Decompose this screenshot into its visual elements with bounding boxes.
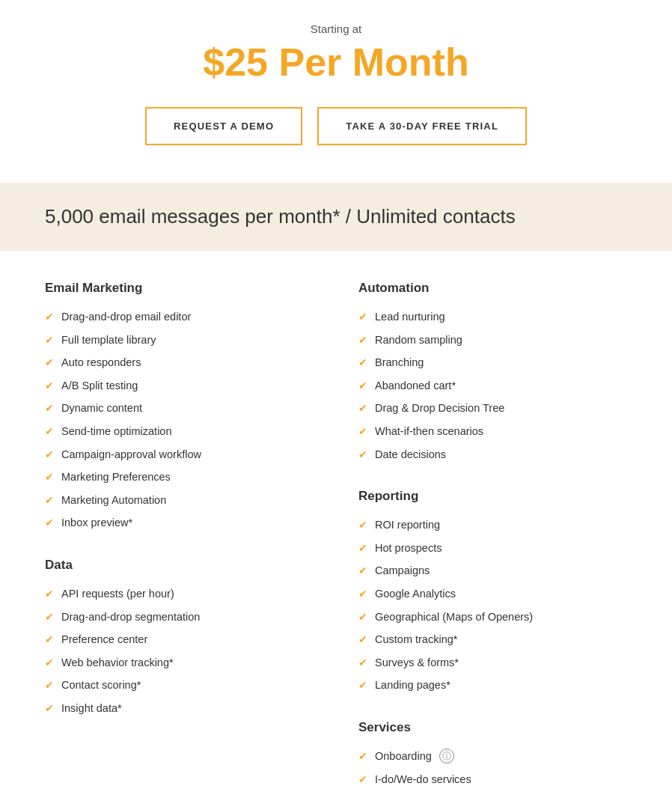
- check-icon: ✔: [45, 516, 54, 531]
- list-item: ✔Campaigns: [358, 563, 627, 579]
- list-item: ✔Geographical (Maps of Openers): [358, 609, 627, 625]
- check-icon: ✔: [358, 310, 367, 325]
- check-icon: ✔: [45, 424, 54, 439]
- list-item: ✔Web behavior tracking*: [45, 655, 314, 671]
- check-icon: ✔: [45, 701, 54, 716]
- list-item: ✔Contact scoring*: [45, 677, 314, 693]
- check-icon: ✔: [45, 379, 54, 394]
- check-icon: ✔: [45, 470, 54, 485]
- check-icon: ✔: [358, 448, 367, 463]
- check-icon: ✔: [45, 678, 54, 693]
- top-section: Starting at $25 Per Month REQUEST A DEMO…: [0, 0, 672, 183]
- list-item: ✔Send-time optimization: [45, 424, 314, 439]
- reporting-list: ✔ROI reporting ✔Hot prospects ✔Campaigns…: [358, 517, 627, 693]
- list-item: ✔Auto responders: [45, 355, 314, 371]
- check-icon: ✔: [45, 587, 54, 602]
- features-section: Email Marketing ✔Drag-and-drop email edi…: [0, 251, 672, 786]
- list-item: ✔Surveys & forms*: [358, 655, 627, 671]
- list-item: ✔Drag & Drop Decision Tree: [358, 400, 627, 416]
- list-item: ✔A/B Split testing: [45, 378, 314, 394]
- services-section: Services ✔ Onboarding ⓘ ✔I-do/We-do serv…: [358, 720, 627, 786]
- list-item: ✔ Onboarding ⓘ: [358, 749, 627, 764]
- list-item: ✔Preference center: [45, 632, 314, 648]
- check-icon: ✔: [358, 541, 367, 556]
- check-icon: ✔: [358, 518, 367, 533]
- list-item: ✔Google Analytics: [358, 586, 627, 602]
- list-item: ✔ROI reporting: [358, 517, 627, 533]
- email-marketing-title: Email Marketing: [45, 281, 314, 296]
- check-icon: ✔: [358, 773, 367, 787]
- list-item: ✔Date decisions: [358, 447, 627, 463]
- check-icon: ✔: [45, 356, 54, 371]
- list-item: ✔Campaign-approval workflow: [45, 447, 314, 463]
- list-item: ✔Abandoned cart*: [358, 378, 627, 394]
- check-icon: ✔: [45, 633, 54, 648]
- list-item: ✔Drag-and-drop email editor: [45, 309, 314, 325]
- check-icon: ✔: [45, 493, 54, 508]
- list-item: ✔API requests (per hour): [45, 586, 314, 602]
- reporting-section: Reporting ✔ROI reporting ✔Hot prospects …: [358, 489, 627, 693]
- info-icon[interactable]: ⓘ: [439, 749, 454, 764]
- list-item: ✔Marketing Preferences: [45, 469, 314, 485]
- check-icon: ✔: [358, 356, 367, 371]
- list-item: ✔Marketing Automation: [45, 493, 314, 508]
- check-icon: ✔: [358, 379, 367, 394]
- check-icon: ✔: [45, 448, 54, 463]
- list-item: ✔Lead nurturing: [358, 309, 627, 325]
- list-item: ✔Full template library: [45, 332, 314, 348]
- check-icon: ✔: [45, 610, 54, 625]
- email-marketing-section: Email Marketing ✔Drag-and-drop email edi…: [45, 281, 314, 531]
- check-icon: ✔: [358, 564, 367, 579]
- free-trial-button[interactable]: TAKE A 30-DAY FREE TRIAL: [317, 107, 527, 145]
- check-icon: ✔: [358, 749, 367, 764]
- list-item: ✔What-if-then scenarios: [358, 424, 627, 439]
- check-icon: ✔: [45, 333, 54, 348]
- check-icon: ✔: [358, 424, 367, 439]
- automation-list: ✔Lead nurturing ✔Random sampling ✔Branch…: [358, 309, 627, 462]
- list-item: ✔Hot prospects: [358, 540, 627, 556]
- check-icon: ✔: [358, 656, 367, 671]
- data-section: Data ✔API requests (per hour) ✔Drag-and-…: [45, 558, 314, 716]
- check-icon: ✔: [45, 401, 54, 416]
- check-icon: ✔: [358, 678, 367, 693]
- email-count-banner: 5,000 email messages per month* / Unlimi…: [0, 183, 672, 251]
- check-icon: ✔: [358, 333, 367, 348]
- data-title: Data: [45, 558, 314, 573]
- left-column: Email Marketing ✔Drag-and-drop email edi…: [45, 281, 314, 786]
- cta-buttons: REQUEST A DEMO TAKE A 30-DAY FREE TRIAL: [15, 107, 657, 145]
- starting-at-label: Starting at: [15, 22, 657, 35]
- right-column: Automation ✔Lead nurturing ✔Random sampl…: [358, 281, 627, 786]
- data-list: ✔API requests (per hour) ✔Drag-and-drop …: [45, 586, 314, 716]
- list-item: ✔Insight data*: [45, 701, 314, 716]
- list-item: ✔Custom tracking*: [358, 632, 627, 648]
- check-icon: ✔: [45, 656, 54, 671]
- list-item: ✔Inbox preview*: [45, 515, 314, 531]
- list-item: ✔Random sampling: [358, 332, 627, 348]
- check-icon: ✔: [45, 310, 54, 325]
- price-display: $25 Per Month: [15, 40, 657, 85]
- list-item: ✔Dynamic content: [45, 400, 314, 416]
- check-icon: ✔: [358, 610, 367, 625]
- automation-title: Automation: [358, 281, 627, 296]
- services-title: Services: [358, 720, 627, 735]
- services-list: ✔ Onboarding ⓘ ✔I-do/We-do services: [358, 749, 627, 786]
- email-marketing-list: ✔Drag-and-drop email editor ✔Full templa…: [45, 309, 314, 531]
- reporting-title: Reporting: [358, 489, 627, 504]
- request-demo-button[interactable]: REQUEST A DEMO: [145, 107, 302, 145]
- check-icon: ✔: [358, 401, 367, 416]
- check-icon: ✔: [358, 633, 367, 648]
- check-icon: ✔: [358, 587, 367, 602]
- automation-section: Automation ✔Lead nurturing ✔Random sampl…: [358, 281, 627, 462]
- list-item: ✔Drag-and-drop segmentation: [45, 609, 314, 625]
- list-item: ✔I-do/We-do services: [358, 772, 627, 787]
- list-item: ✔Landing pages*: [358, 677, 627, 693]
- list-item: ✔Branching: [358, 355, 627, 371]
